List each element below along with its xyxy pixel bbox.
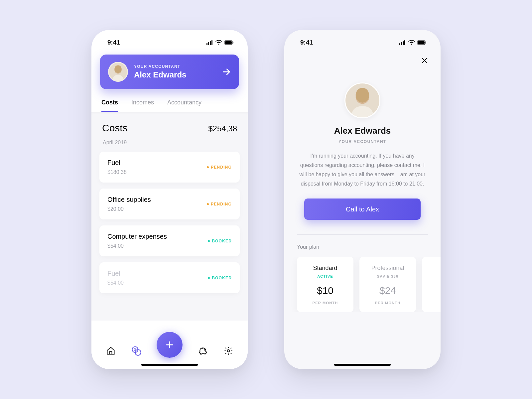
tabs: Costs Incomes Accountancy [101,99,238,112]
svg-rect-0 [206,43,207,45]
profile-avatar [344,82,380,118]
svg-rect-2 [210,41,211,45]
plan-name: Standard [301,265,349,272]
wifi-icon [215,40,222,45]
plan-card-standard[interactable]: Standard ACTIVE $10 PER MONTH [297,257,353,312]
nav-piggy-icon[interactable] [198,346,208,356]
accountant-card[interactable]: YOUR ACCOUNTANT Alex Edwards [100,55,239,89]
plan-card-enterprise[interactable]: Enter SAVI $ PER M [422,257,441,312]
svg-rect-17 [401,42,402,45]
plan-price: $ [426,285,441,296]
accountant-avatar [108,62,128,82]
fab-add[interactable] [157,332,183,358]
plan-price: $10 [301,285,349,296]
cost-item[interactable]: Fuel $180.38 PENDING [99,152,240,183]
accountant-info: YOUR ACCOUNTANT Alex Edwards [134,64,222,79]
plan-savings: SAVI [426,274,441,278]
plan-period: PER MONTH [301,301,349,305]
nav-settings-icon[interactable] [223,346,233,356]
divider [297,234,428,235]
battery-icon [224,40,234,45]
plan-period: PER M [426,301,441,305]
status-icons [399,40,427,45]
close-button[interactable] [421,57,429,65]
call-button[interactable]: Call to Alex [304,199,421,220]
plan-status: ACTIVE [301,274,349,278]
svg-rect-6 [233,42,233,44]
status-time: 9:41 [107,39,120,46]
svg-rect-1 [208,42,209,45]
profile-description: I'm running your accounting. If you have… [299,151,426,189]
cost-item[interactable]: Office supplies $20.00 PENDING [99,189,240,219]
status-bar: 9:41 [91,30,248,49]
section-title: Costs [102,122,128,134]
section-total: $254,38 [208,124,237,133]
wifi-icon [408,40,415,45]
home-indicator [141,364,198,366]
plan-card-professional[interactable]: Professional SAVIE $36 $24 PER MONTH [359,257,416,312]
phone-costs: 9:41 YOUR ACCOUNTANT Alex Edwards Costs … [91,30,248,369]
profile-name: Alex Edwards [299,126,426,136]
tab-incomes[interactable]: Incomes [131,99,154,112]
cost-amount: $54.00 [107,280,124,286]
signal-icon [206,40,213,45]
section-month: April 2019 [103,140,240,146]
cost-name: Fuel [107,159,127,167]
tab-costs[interactable]: Costs [101,99,118,112]
costs-content: Costs $254,38 April 2019 Fuel $180.38 PE… [91,112,248,321]
plan-name: Enter [426,265,441,272]
cost-name: Computer expenses [107,233,167,240]
plan-price: $24 [363,285,412,296]
section-header: Costs $254,38 [102,122,237,134]
plan-name: Professional [363,265,412,272]
profile-subtitle: YOUR ACCOUNTANT [299,139,426,144]
tab-accountancy[interactable]: Accountancy [167,99,201,112]
svg-rect-21 [418,41,425,44]
plan-period: PER MONTH [363,301,412,305]
plan-savings: SAVIE $36 [363,274,412,278]
accountant-name: Alex Edwards [134,70,222,79]
cost-amount: $180.38 [107,169,127,175]
status-badge: PENDING [207,165,232,170]
svg-text:$: $ [134,348,136,351]
svg-rect-3 [211,40,212,45]
cost-item[interactable]: Fuel $54.00 BOOKED [99,262,240,293]
svg-point-14 [204,350,205,350]
svg-point-15 [227,350,229,352]
signal-icon [399,40,406,45]
status-time: 9:41 [300,39,313,46]
svg-rect-16 [399,43,400,45]
svg-rect-22 [426,42,426,44]
status-badge: PENDING [207,202,232,206]
status-icons [206,40,234,45]
nav-money-icon[interactable]: $ [131,346,141,356]
accountant-label: YOUR ACCOUNTANT [134,64,222,69]
cost-amount: $20.00 [107,206,151,212]
cost-item[interactable]: Computer expenses $54.00 BOOKED [99,225,240,256]
profile-section: Alex Edwards YOUR ACCOUNTANT I'm running… [284,82,441,220]
status-badge: BOOKED [208,276,232,280]
cost-amount: $54.00 [107,243,167,249]
plan-section-label: Your plan [297,244,441,250]
svg-rect-5 [225,41,232,44]
svg-rect-19 [404,40,405,45]
home-indicator [334,364,391,366]
plan-cards[interactable]: Standard ACTIVE $10 PER MONTH Profession… [284,257,441,312]
phone-profile: 9:41 Alex Edwards YOUR ACCOUNTANT I'm ru… [284,30,441,369]
cost-name: Fuel [107,270,124,277]
svg-rect-18 [403,41,404,45]
nav-home-icon[interactable] [106,346,116,356]
battery-icon [417,40,427,45]
arrow-right-icon [222,67,231,76]
status-badge: BOOKED [208,239,232,243]
cost-name: Office supplies [107,196,151,203]
status-bar: 9:41 [284,30,441,49]
